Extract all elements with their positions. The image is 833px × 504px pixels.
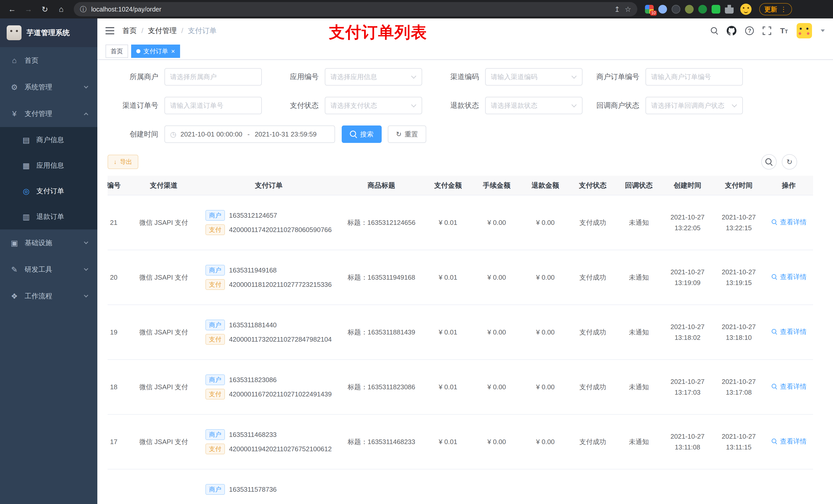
cell-pay-time: 2021-10-2713:17:08: [713, 360, 764, 414]
url-text: localhost:1024/pay/order: [91, 6, 161, 13]
share-icon[interactable]: ↥: [614, 5, 620, 14]
pay-time: 13:22:15: [716, 222, 762, 233]
search-button[interactable]: 搜索: [342, 125, 382, 143]
view-detail-link[interactable]: 查看详情: [771, 327, 807, 336]
filter-select-notify-status[interactable]: 请选择订单回调商户状态: [645, 97, 743, 114]
cell-create-time: [662, 469, 713, 504]
browser-profile-avatar[interactable]: [740, 4, 752, 15]
extension-dark-icon[interactable]: [672, 5, 680, 14]
breadcrumb-item[interactable]: 支付管理: [148, 26, 177, 35]
cell-refund: ¥ 0.00: [521, 414, 570, 469]
filter-row: 渠道订单号请输入渠道订单号支付状态请选择支付状态退款状态请选择退款状态回调商户状…: [108, 97, 833, 114]
main-area: 首页/支付管理/支付订单 支付订单列表 ? TT 首页支付订单× 所属商户请选择…: [97, 19, 833, 504]
cell-refund: ¥ 0.00: [521, 250, 570, 305]
bank-card-icon: ▤: [22, 136, 31, 144]
search-icon[interactable]: [711, 27, 718, 34]
sidebar-item-label: 应用信息: [37, 161, 88, 170]
cell-refund: ¥ 0.00: [521, 360, 570, 414]
hamburger-icon[interactable]: [105, 27, 114, 34]
reset-button[interactable]: ↻重置: [388, 125, 426, 143]
browser-chrome: ← → ↻ ⌂ ⓘ localhost:1024/pay/order ↥ ☆ 1…: [0, 0, 833, 19]
sidebar-item-app-info[interactable]: ▦应用信息: [0, 153, 97, 178]
pay-order-line: 支付4200001194202110276752100612: [206, 443, 337, 455]
merchant-order-no: 1635312124657: [229, 212, 277, 219]
sidebar-item-home[interactable]: ⌂首页: [0, 47, 97, 74]
extension-badge: 10: [650, 10, 657, 16]
sidebar-item-pay-order[interactable]: ◎支付订单: [0, 178, 97, 204]
extension-green-icon[interactable]: [698, 5, 707, 14]
sidebar-item-pay[interactable]: ¥支付管理: [0, 100, 97, 127]
filter-label: 应用编号: [268, 72, 325, 82]
breadcrumb-item: 支付订单: [188, 26, 217, 35]
extension-colorful-icon[interactable]: 10: [645, 5, 654, 14]
forward-icon[interactable]: →: [22, 2, 35, 16]
filter-select-refund-status[interactable]: 请选择退款状态: [485, 97, 582, 114]
filter-input-merchant[interactable]: 请选择所属商户: [164, 68, 262, 86]
filter-select-pay-status[interactable]: 请选择支付状态: [325, 97, 422, 114]
extensions-puzzle-icon[interactable]: [725, 5, 734, 14]
pay-order-no: 4200001181202110277723215336: [229, 281, 332, 289]
font-size-icon[interactable]: TT: [780, 26, 788, 35]
merchant-order-no: 1635311823086: [229, 376, 277, 384]
home-icon[interactable]: ⌂: [54, 2, 68, 16]
view-detail-link[interactable]: 查看详情: [771, 382, 807, 391]
merchant-order-line: 商户1635311949168: [206, 265, 337, 276]
refresh-table-button[interactable]: ↻: [782, 154, 797, 170]
pay-time: 13:11:15: [716, 442, 762, 453]
navbar-actions: ? TT: [711, 23, 825, 39]
breadcrumb-item[interactable]: 首页: [122, 26, 137, 35]
extension-olive-icon[interactable]: [685, 5, 694, 14]
table-row: 20微信 JSAPI 支付商户1635311949168支付4200001181…: [108, 250, 813, 305]
cell-fee: ¥ 0.00: [472, 195, 521, 250]
tab-pay-order[interactable]: 支付订单×: [131, 45, 180, 58]
chevron-down-icon[interactable]: [821, 29, 825, 32]
reload-icon[interactable]: ↻: [38, 2, 52, 16]
update-button[interactable]: 更新⋮: [759, 3, 792, 15]
site-info-icon[interactable]: ⓘ: [80, 5, 87, 14]
tab-home[interactable]: 首页: [105, 45, 128, 58]
create-date: 2021-10-27: [664, 212, 711, 222]
filter-input-channel-order-no[interactable]: 请输入渠道订单号: [164, 97, 262, 114]
toggle-search-button[interactable]: [761, 154, 777, 170]
sidebar-item-label: 基础设施: [25, 238, 79, 247]
sidebar-item-merchant-info[interactable]: ▤商户信息: [0, 127, 97, 153]
address-bar[interactable]: ⓘ localhost:1024/pay/order ↥ ☆: [74, 2, 637, 16]
view-detail-link[interactable]: 查看详情: [771, 437, 807, 446]
bookmark-star-icon[interactable]: ☆: [625, 5, 631, 14]
sidebar-item-refund-order[interactable]: ▥退款订单: [0, 204, 97, 230]
filter-form: 所属商户请选择所属商户应用编号请选择应用信息渠道编码请输入渠道编码商户订单编号请…: [108, 68, 833, 143]
help-icon[interactable]: ?: [745, 26, 754, 35]
pay-order-line: 支付4200001173202110272847982104: [206, 334, 337, 345]
sidebar-item-workflow[interactable]: ❖工作流程: [0, 283, 97, 309]
export-button[interactable]: ↓导出: [108, 155, 138, 169]
sidebar-item-devtools[interactable]: ✎研发工具: [0, 256, 97, 283]
filter-label: 支付状态: [268, 101, 325, 111]
filter-select-channel-code[interactable]: 请输入渠道编码: [485, 68, 582, 86]
user-avatar[interactable]: [796, 23, 812, 39]
close-icon[interactable]: ×: [171, 48, 175, 54]
extension-blue-icon[interactable]: [658, 5, 667, 14]
extension-chat-icon[interactable]: [712, 5, 720, 14]
merchant-badge: 商户: [206, 265, 225, 275]
app-shell: 芋道管理系统 ⌂首页⚙系统管理¥支付管理▤商户信息▦应用信息◎支付订单▥退款订单…: [0, 19, 833, 504]
screen: ← → ↻ ⌂ ⓘ localhost:1024/pay/order ↥ ☆ 1…: [0, 0, 833, 504]
sidebar-item-label: 首页: [25, 56, 88, 65]
view-detail-link[interactable]: 查看详情: [771, 272, 807, 282]
sidebar-item-infra[interactable]: ▣基础设施: [0, 230, 97, 256]
sidebar-item-system[interactable]: ⚙系统管理: [0, 74, 97, 100]
cell-pay-channel: 微信 JSAPI 支付: [129, 414, 198, 469]
date-range-picker[interactable]: ◷ 2021-10-01 00:00:00 - 2021-10-31 23:59…: [164, 125, 335, 143]
filter-input-merchant-order-no[interactable]: 请输入商户订单编号: [645, 68, 743, 86]
filter-select-app-no[interactable]: 请选择应用信息: [325, 68, 422, 86]
filter-field-channel-order-no: 渠道订单号请输入渠道订单号: [108, 97, 268, 114]
logo-image: [7, 25, 22, 40]
page-annotation: 支付订单列表: [329, 22, 427, 43]
cell-create-time: 2021-10-2713:19:09: [662, 250, 713, 305]
breadcrumb-separator: /: [141, 27, 143, 35]
cell-title: 标题：1635311823086: [339, 360, 424, 414]
search-icon: [772, 329, 777, 334]
view-detail-link[interactable]: 查看详情: [771, 218, 807, 226]
back-icon[interactable]: ←: [5, 2, 19, 16]
fullscreen-icon[interactable]: [763, 26, 771, 35]
github-icon[interactable]: [727, 26, 736, 35]
